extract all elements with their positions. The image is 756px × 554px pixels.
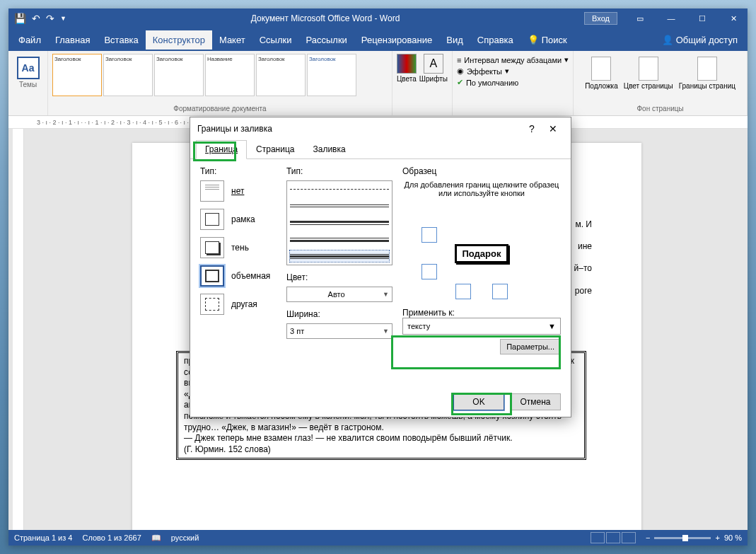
effects-button[interactable]: ◉Эффекты ▾	[457, 67, 569, 76]
tab-help[interactable]: Справка	[470, 30, 521, 50]
lightbulb-icon: 💡	[528, 35, 539, 45]
tab-design[interactable]: Конструктор	[146, 30, 212, 50]
share-button[interactable]: 👤Общий доступ	[655, 35, 745, 45]
preview-left-border-button[interactable]	[455, 284, 471, 299]
style-item[interactable]: Название	[205, 54, 255, 96]
tab-page-border[interactable]: Страница	[247, 140, 303, 158]
preview-box: Подарок	[421, 207, 542, 299]
ok-button[interactable]: OK	[453, 393, 504, 410]
width-label: Ширина:	[286, 309, 392, 319]
tab-file[interactable]: Файл	[11, 30, 48, 50]
group-label: Форматирование документа	[52, 105, 388, 112]
threed-icon	[200, 265, 224, 287]
titlebar: 💾 ↶ ↷ ▼ Документ Microsoft Office Word -…	[8, 8, 748, 28]
zoom-slider[interactable]	[654, 537, 711, 539]
watermark-button[interactable]: Подложка	[585, 57, 618, 90]
signin-button[interactable]: Вход	[584, 12, 617, 25]
spellcheck-icon[interactable]: 📖	[151, 533, 161, 543]
ribbon-display-icon[interactable]: ▭	[626, 8, 654, 28]
search-button[interactable]: 💡Поиск	[521, 30, 574, 50]
help-icon[interactable]: ?	[521, 123, 542, 134]
color-combo[interactable]: Авто▼	[286, 287, 392, 302]
setting-shadow[interactable]: тень	[200, 237, 277, 258]
themes-button[interactable]: Aa Темы	[13, 54, 43, 91]
fonts-button[interactable]: AШрифты	[419, 54, 448, 83]
setting-label: Тип:	[200, 166, 277, 176]
effects-icon: ◉	[457, 67, 464, 76]
page-status[interactable]: Страница 1 из 4	[14, 533, 72, 542]
word-count[interactable]: Слово 1 из 2667	[82, 533, 141, 542]
custom-icon	[200, 294, 224, 315]
qat-dropdown-icon[interactable]: ▼	[60, 15, 66, 22]
checkmark-icon: ✔	[457, 78, 463, 87]
style-item[interactable]: Заголовок	[154, 54, 204, 96]
language-status[interactable]: русский	[171, 533, 199, 542]
apply-to-combo[interactable]: тексту▼	[402, 318, 561, 335]
preview-label: Образец	[402, 166, 561, 176]
setting-custom[interactable]: другая	[200, 294, 277, 315]
document-formatting-gallery[interactable]: Заголовок Заголовок Заголовок Название З…	[52, 54, 388, 99]
width-combo[interactable]: 3 пт▼	[286, 323, 392, 339]
dialog-titlebar[interactable]: Границы и заливка ? ✕	[190, 117, 571, 140]
read-mode-icon[interactable]	[591, 532, 605, 543]
save-icon[interactable]: 💾	[14, 13, 26, 24]
color-label: Цвет:	[286, 272, 392, 282]
tab-shading[interactable]: Заливка	[303, 140, 354, 158]
box-icon	[200, 209, 224, 230]
window-title: Документ Microsoft Office Word - Word	[66, 13, 584, 23]
minimize-icon[interactable]: —	[657, 8, 685, 28]
preview-bottom-border-button[interactable]	[421, 264, 437, 279]
dialog-close-icon[interactable]: ✕	[542, 123, 564, 134]
watermark-icon	[591, 57, 611, 81]
print-layout-icon[interactable]	[606, 532, 620, 543]
setting-3d[interactable]: объемная	[200, 265, 277, 287]
tab-border[interactable]: Граница	[196, 140, 247, 159]
person-icon: 👤	[662, 35, 673, 45]
tab-insert[interactable]: Вставка	[97, 30, 145, 50]
style-item[interactable]: Заголовок	[307, 54, 356, 96]
setting-box[interactable]: рамка	[200, 209, 277, 230]
style-item[interactable]: Заголовок	[256, 54, 306, 96]
borders-shading-dialog: Границы и заливка ? ✕ Граница Страница З…	[190, 117, 571, 417]
web-layout-icon[interactable]	[622, 532, 636, 543]
paragraph-spacing-button[interactable]: ≡Интервал между абзацами ▾	[457, 55, 569, 64]
colors-button[interactable]: Цвета	[397, 54, 417, 83]
options-button[interactable]: Параметры...	[500, 339, 561, 354]
tab-review[interactable]: Рецензирование	[354, 30, 439, 50]
line-style-list[interactable]	[286, 180, 392, 265]
preview-top-border-button[interactable]	[421, 227, 437, 243]
setting-none[interactable]: нет	[200, 180, 277, 202]
vertical-ruler[interactable]	[13, 129, 24, 530]
ribbon-tabs: Файл Главная Вставка Конструктор Макет С…	[8, 28, 748, 51]
themes-icon: Aa	[17, 57, 40, 79]
group-label: Фон страницы	[578, 105, 743, 112]
page-borders-button[interactable]: Границы страниц	[679, 57, 735, 90]
page-color-button[interactable]: Цвет страницы	[624, 57, 673, 90]
tab-home[interactable]: Главная	[48, 30, 97, 50]
cancel-button[interactable]: Отмена	[510, 393, 561, 410]
preview-hint: Для добавления границ щелкните образец и…	[402, 180, 561, 197]
shadow-icon	[200, 237, 224, 258]
close-icon[interactable]: ✕	[719, 8, 748, 28]
style-item[interactable]: Заголовок	[103, 54, 153, 96]
none-icon	[200, 180, 224, 202]
tab-mailings[interactable]: Рассылки	[298, 30, 354, 50]
style-item[interactable]: Заголовок	[52, 54, 102, 96]
maximize-icon[interactable]: ☐	[688, 8, 716, 28]
tab-layout[interactable]: Макет	[212, 30, 252, 50]
dialog-title: Границы и заливка	[197, 124, 521, 134]
fonts-icon: A	[424, 54, 443, 74]
preview-right-border-button[interactable]	[492, 284, 508, 299]
zoom-out-button[interactable]: −	[646, 533, 650, 542]
redo-icon[interactable]: ↷	[46, 13, 54, 24]
tab-references[interactable]: Ссылки	[252, 30, 299, 50]
para-spacing-icon: ≡	[457, 56, 461, 64]
style-label: Тип:	[286, 166, 392, 176]
zoom-level[interactable]: 90 %	[724, 533, 742, 542]
preview-sample: Подарок	[455, 244, 509, 263]
page-borders-icon	[697, 57, 717, 81]
undo-icon[interactable]: ↶	[32, 13, 40, 24]
zoom-in-button[interactable]: +	[715, 533, 719, 542]
tab-view[interactable]: Вид	[439, 30, 470, 50]
set-default-button[interactable]: ✔По умолчанию	[457, 78, 569, 87]
